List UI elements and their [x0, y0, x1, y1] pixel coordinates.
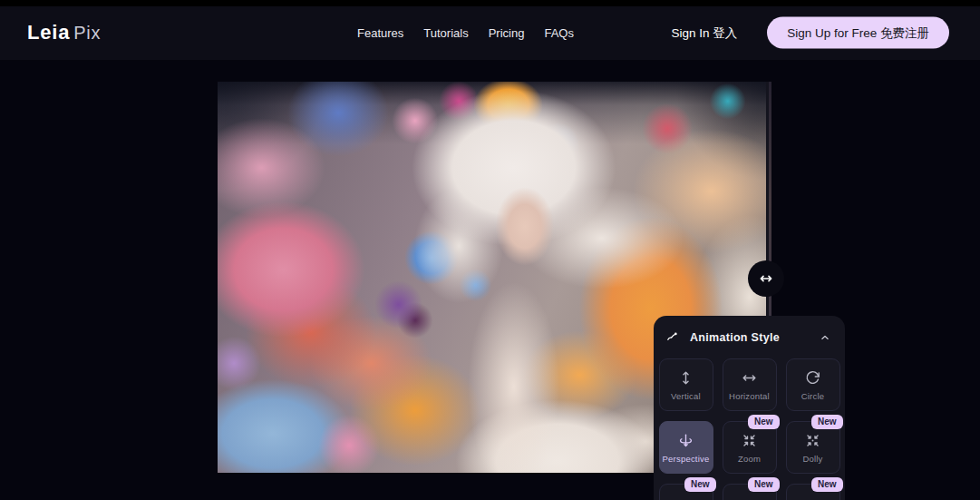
top-navbar: Leia Pix Features Tutorials Pricing FAQs…: [0, 0, 980, 60]
motion-path-icon: [665, 329, 681, 345]
logo-text-light: Pix: [73, 23, 101, 44]
sign-in-link[interactable]: Sign In 登入: [671, 25, 737, 41]
style-label: Dolly: [802, 454, 822, 464]
left-right-arrows-icon: [741, 369, 758, 387]
leiapix-app: Leia Pix Features Tutorials Pricing FAQs…: [0, 0, 980, 500]
new-badge: New: [684, 477, 716, 492]
compare-slider-handle[interactable]: [748, 260, 784, 297]
animation-style-zoom[interactable]: New Zoom: [723, 421, 777, 474]
style-label: Zoom: [738, 454, 761, 464]
nav-link-tutorials[interactable]: Tutorials: [423, 26, 468, 40]
compress-arrows-icon: [741, 432, 758, 449]
style-label: Circle: [801, 391, 824, 401]
animation-style-hidden-1[interactable]: New: [659, 484, 713, 500]
animation-style-hidden-2[interactable]: New: [723, 484, 777, 500]
up-down-arrows-icon: [677, 369, 694, 387]
animation-style-dolly[interactable]: New Dolly: [786, 421, 840, 474]
style-label: Vertical: [671, 391, 701, 401]
style-label: Perspective: [663, 454, 710, 464]
animation-style-circle[interactable]: Circle: [786, 358, 840, 411]
animation-style-perspective[interactable]: Perspective: [659, 421, 713, 474]
perspective-gyro-icon: [677, 432, 694, 449]
animation-style-grid: Vertical Horizontal Circle: [658, 358, 840, 500]
chevron-up-icon: [819, 331, 831, 344]
sign-up-button[interactable]: Sign Up for Free 免费注册: [767, 17, 949, 49]
logo-text-bold: Leia: [27, 21, 70, 44]
animation-style-panel: Animation Style Vertical: [654, 316, 845, 500]
nav-link-features[interactable]: Features: [357, 26, 403, 40]
nav-link-pricing[interactable]: Pricing: [489, 26, 525, 40]
leiapix-logo[interactable]: Leia Pix: [27, 21, 101, 44]
auth-area: Sign In 登入 Sign Up for Free 免费注册: [671, 17, 949, 49]
new-badge: New: [811, 477, 843, 492]
animation-style-hidden-3[interactable]: New: [786, 484, 840, 500]
new-badge: New: [748, 477, 780, 492]
main-nav: Features Tutorials Pricing FAQs: [357, 26, 574, 40]
nav-link-faqs[interactable]: FAQs: [544, 26, 574, 40]
left-right-arrows-icon: [758, 270, 774, 287]
new-badge: New: [811, 415, 843, 429]
animation-style-horizontal[interactable]: Horizontal: [723, 358, 777, 411]
panel-header: Animation Style: [658, 316, 840, 358]
panel-title: Animation Style: [690, 331, 780, 344]
new-badge: New: [748, 415, 780, 429]
style-label: Horizontal: [729, 391, 770, 401]
animation-style-vertical[interactable]: Vertical: [659, 358, 713, 411]
circular-rotate-icon: [804, 369, 821, 387]
compress-arrows-dot-icon: [804, 432, 821, 449]
collapse-panel-button[interactable]: [817, 329, 833, 346]
